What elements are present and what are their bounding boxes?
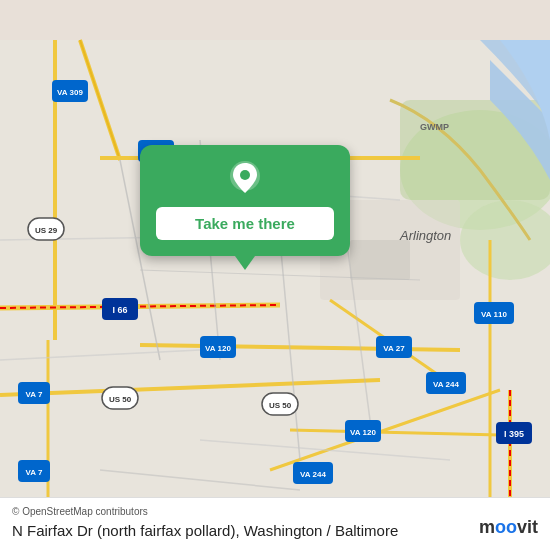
svg-text:I 66: I 66 bbox=[112, 305, 127, 315]
moovit-logo: moovit bbox=[479, 517, 538, 538]
svg-text:VA 27: VA 27 bbox=[383, 344, 405, 353]
bottom-panel: © OpenStreetMap contributors N Fairfax D… bbox=[0, 497, 550, 551]
svg-text:US 29: US 29 bbox=[35, 226, 58, 235]
svg-text:VA 244: VA 244 bbox=[300, 470, 326, 479]
svg-text:US 50: US 50 bbox=[109, 395, 132, 404]
svg-text:I 395: I 395 bbox=[504, 429, 524, 439]
svg-rect-5 bbox=[350, 240, 410, 280]
svg-text:US 50: US 50 bbox=[269, 401, 292, 410]
svg-point-64 bbox=[240, 170, 250, 180]
popup-card: Take me there bbox=[140, 145, 350, 256]
svg-text:VA 7: VA 7 bbox=[26, 468, 43, 477]
location-pin-icon bbox=[225, 159, 265, 199]
svg-text:Arlington: Arlington bbox=[399, 228, 451, 243]
map-container: VA 309 VA 120 VA 120 VA 120 US 29 I 66 U… bbox=[0, 0, 550, 550]
take-me-there-button[interactable]: Take me there bbox=[156, 207, 334, 240]
map-background: VA 309 VA 120 VA 120 VA 120 US 29 I 66 U… bbox=[0, 0, 550, 550]
svg-text:GWMP: GWMP bbox=[420, 122, 449, 132]
svg-text:VA 120: VA 120 bbox=[350, 428, 376, 437]
svg-text:VA 120: VA 120 bbox=[205, 344, 231, 353]
map-attribution: © OpenStreetMap contributors bbox=[12, 506, 538, 517]
svg-text:VA 309: VA 309 bbox=[57, 88, 83, 97]
svg-text:VA 244: VA 244 bbox=[433, 380, 459, 389]
svg-text:VA 110: VA 110 bbox=[481, 310, 507, 319]
svg-text:VA 7: VA 7 bbox=[26, 390, 43, 399]
location-title: N Fairfax Dr (north fairfax pollard), Wa… bbox=[12, 521, 538, 541]
moovit-logo-text: moovit bbox=[479, 517, 538, 537]
